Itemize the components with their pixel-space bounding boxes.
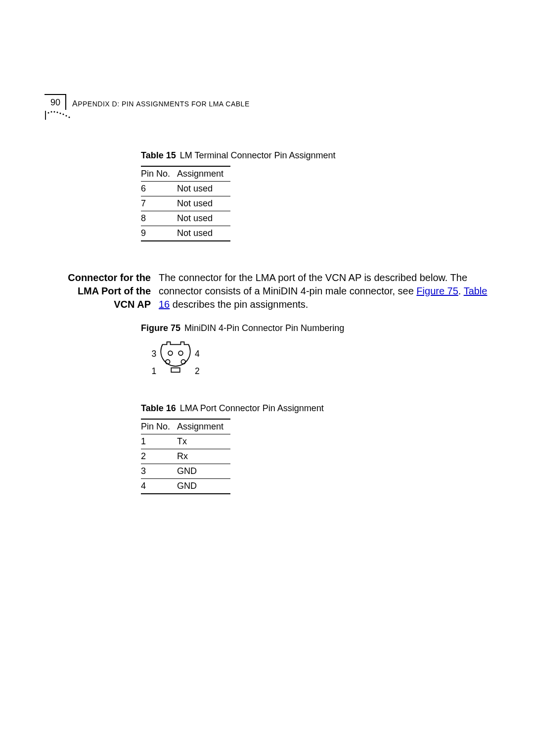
svg-point-4 bbox=[57, 111, 58, 113]
table15-col1: Pin No. bbox=[141, 166, 177, 182]
table-row: 3GND bbox=[141, 464, 230, 479]
table15: Pin No. Assignment 6Not used 7Not used 8… bbox=[141, 166, 230, 241]
table15-col2: Assignment bbox=[177, 166, 230, 182]
svg-point-10 bbox=[178, 351, 183, 355]
table16-col2: Assignment bbox=[177, 419, 230, 434]
appendix-title: APPENDIX D: PIN ASSIGNMENTS FOR LMA CABL… bbox=[72, 99, 250, 110]
svg-point-8 bbox=[69, 116, 70, 118]
svg-point-3 bbox=[54, 111, 55, 112]
decorative-dots-icon bbox=[44, 110, 70, 121]
figure75-caption: Figure 75MiniDIN 4-Pin Connector Pin Num… bbox=[141, 323, 490, 333]
svg-point-9 bbox=[168, 351, 173, 355]
page-number: 90 bbox=[44, 94, 66, 110]
section-body: The connector for the LMA port of the VC… bbox=[159, 271, 490, 311]
svg-point-2 bbox=[51, 111, 52, 112]
table-row: 1Tx bbox=[141, 434, 230, 449]
xref-figure-75[interactable]: Figure 75 bbox=[416, 285, 458, 296]
pin-label-4: 4 bbox=[195, 349, 200, 359]
svg-rect-13 bbox=[171, 368, 180, 372]
page-header: 90 APPENDIX D: PIN ASSIGNMENTS FOR LMA C… bbox=[44, 94, 490, 110]
table-row: 6Not used bbox=[141, 181, 230, 196]
svg-point-5 bbox=[60, 112, 61, 114]
svg-point-11 bbox=[166, 360, 170, 364]
table16-col1: Pin No. bbox=[141, 419, 177, 434]
svg-point-12 bbox=[181, 360, 185, 364]
svg-point-6 bbox=[63, 113, 64, 115]
table-row: 4GND bbox=[141, 479, 230, 494]
table-row: 8Not used bbox=[141, 211, 230, 226]
pin-label-1: 1 bbox=[151, 366, 156, 376]
table15-caption: Table 15LM Terminal Connector Pin Assign… bbox=[141, 150, 490, 161]
svg-point-1 bbox=[48, 112, 49, 113]
table-row: 7Not used bbox=[141, 196, 230, 211]
pin-label-2: 2 bbox=[195, 366, 200, 376]
svg-point-7 bbox=[66, 115, 67, 116]
pin-label-3: 3 bbox=[151, 349, 156, 359]
table-row: 9Not used bbox=[141, 226, 230, 241]
minidin-diagram: 3 4 1 2 bbox=[141, 338, 490, 384]
table-row: 2Rx bbox=[141, 449, 230, 464]
table16: Pin No. Assignment 1Tx 2Rx 3GND 4GND bbox=[141, 419, 230, 494]
table16-caption: Table 16LMA Port Connector Pin Assignmen… bbox=[141, 403, 490, 414]
section-sidehead: Connector for the LMA Port of the VCN AP bbox=[62, 271, 159, 311]
